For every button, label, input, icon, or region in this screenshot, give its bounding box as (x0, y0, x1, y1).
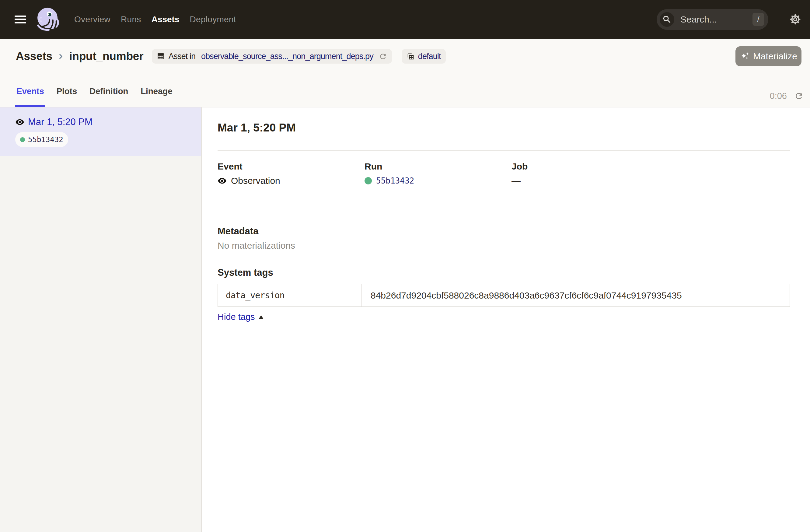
event-date-row: Mar 1, 5:20 PM (15, 116, 194, 128)
repository-tag: default (402, 49, 446, 64)
event-meta-grid: Event Observation Run 55b13432 (217, 161, 790, 186)
tab-events[interactable]: Events (16, 74, 45, 107)
run-status-dot (20, 137, 25, 142)
top-navigation-bar: Overview Runs Assets Deployment Search..… (0, 0, 810, 39)
metadata-empty-text: No materializations (217, 240, 790, 251)
event-value: Observation (217, 175, 364, 186)
menu-hamburger-button[interactable] (15, 16, 26, 23)
hamburger-bar (15, 16, 26, 17)
job-label: Job (512, 161, 790, 172)
event-label: Event (217, 161, 364, 172)
asset-tabs: Events Plots Definition Lineage 0:06 (0, 74, 810, 107)
dagster-logo-icon[interactable] (36, 7, 59, 32)
divider (217, 208, 790, 208)
job-column: Job — (512, 161, 790, 186)
table-grid-icon (157, 52, 165, 60)
events-list-panel: Mar 1, 5:20 PM 55b13432 (0, 108, 202, 532)
hamburger-bar (15, 22, 26, 23)
asset-tag-prefix: Asset in (168, 52, 197, 61)
refresh-meta: 0:06 (770, 79, 804, 113)
hamburger-bar (15, 19, 26, 20)
run-value: 55b13432 (364, 175, 512, 186)
search-input[interactable]: Search... / (657, 9, 768, 30)
tag-key-cell: data_version (218, 284, 361, 307)
nav-overview[interactable]: Overview (74, 15, 111, 25)
observation-eye-icon (15, 117, 25, 127)
tab-plots[interactable]: Plots (56, 74, 78, 107)
primary-nav: Overview Runs Assets Deployment (74, 15, 236, 25)
materialize-label: Materialize (753, 51, 797, 62)
settings-gear-button[interactable] (790, 14, 801, 25)
search-placeholder: Search... (680, 14, 717, 25)
reload-definition-button[interactable] (379, 52, 387, 61)
refresh-countdown: 0:06 (770, 91, 787, 101)
asset-file-link[interactable]: observable_source_ass..._non_argument_de… (201, 52, 373, 61)
job-value: — (512, 175, 790, 186)
run-id-link[interactable]: 55b13432 (376, 176, 414, 186)
refresh-icon (379, 52, 387, 61)
search-shortcut-badge: / (752, 13, 764, 26)
asset-header: Assets input_number Asset in observable_… (0, 39, 810, 108)
nav-runs[interactable]: Runs (121, 15, 141, 25)
breadcrumb-row: Assets input_number Asset in observable_… (0, 39, 810, 74)
caret-up-icon (259, 315, 263, 319)
event-date-link[interactable]: Mar 1, 5:20 PM (28, 116, 93, 128)
observation-eye-icon (217, 176, 227, 186)
system-tags-heading: System tags (217, 267, 790, 278)
materialize-button[interactable]: Materialize (735, 46, 801, 66)
repo-default-link[interactable]: default (418, 52, 441, 61)
tab-lineage[interactable]: Lineage (140, 74, 173, 107)
nav-deployment[interactable]: Deployment (190, 15, 236, 25)
divider (217, 150, 790, 151)
tag-value-cell: 84b26d7d9204cbf588026c8a9886d403a6c9637c… (361, 284, 790, 307)
breadcrumb: Assets input_number (16, 50, 143, 63)
run-id-text: 55b13432 (28, 135, 63, 144)
run-column: Run 55b13432 (364, 161, 512, 186)
event-list-item[interactable]: Mar 1, 5:20 PM 55b13432 (0, 108, 201, 156)
breadcrumb-assets-link[interactable]: Assets (16, 50, 52, 63)
nav-assets[interactable]: Assets (151, 15, 179, 25)
metadata-heading: Metadata (217, 226, 790, 237)
hide-tags-label: Hide tags (217, 312, 255, 322)
run-status-dot (364, 177, 372, 184)
sparkles-icon (740, 51, 750, 61)
event-title: Mar 1, 5:20 PM (217, 122, 790, 134)
event-column: Event Observation (217, 161, 364, 186)
gear-icon (790, 14, 801, 25)
breadcrumb-current: input_number (69, 50, 143, 63)
asset-events-body: Mar 1, 5:20 PM 55b13432 Mar 1, 5:20 PM E… (0, 108, 810, 532)
search-icon (660, 12, 674, 27)
run-label: Run (364, 161, 512, 172)
tab-definition[interactable]: Definition (89, 74, 129, 107)
refresh-button[interactable] (794, 91, 804, 101)
refresh-icon (794, 91, 804, 101)
hide-tags-link[interactable]: Hide tags (217, 312, 263, 322)
system-tags-table: data_version 84b26d7d9204cbf588026c8a988… (217, 284, 790, 307)
dagster-app: Overview Runs Assets Deployment Search..… (0, 0, 810, 532)
event-detail-panel: Mar 1, 5:20 PM Event Observation Run (202, 108, 810, 532)
chevron-right-icon (56, 52, 65, 61)
repo-grid-icon (406, 52, 415, 60)
asset-definition-tag: Asset in observable_source_ass..._non_ar… (152, 49, 392, 64)
table-row: data_version 84b26d7d9204cbf588026c8a988… (218, 284, 790, 307)
run-id-pill[interactable]: 55b13432 (15, 132, 68, 147)
